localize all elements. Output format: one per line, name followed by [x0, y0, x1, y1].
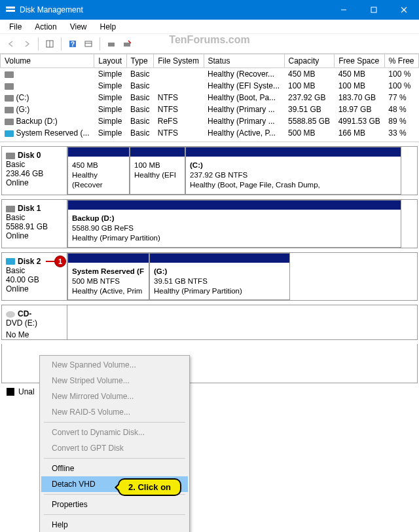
help-button[interactable]: ? [65, 37, 80, 51]
unallocated-swatch [7, 388, 14, 396]
context-menu-item: Convert to GPT Disk [41, 440, 188, 456]
cd-icon [6, 311, 15, 318]
context-menu-item[interactable]: Properties [41, 497, 188, 512]
toolbar-sep [61, 37, 62, 50]
partition-stripe [68, 147, 129, 157]
minimize-button[interactable] [329, 0, 359, 20]
annotation-callout-2: 2. Click on [118, 478, 181, 496]
table-row[interactable]: SimpleBasicHealthy (EFI Syste...100 MB10… [1, 80, 419, 92]
context-menu-item[interactable]: Offline [41, 461, 188, 476]
refresh-button[interactable] [81, 37, 96, 51]
context-menu-item: New Spanned Volume... [41, 357, 188, 373]
disk-status: Online [6, 284, 63, 294]
context-menu-separator [44, 422, 185, 423]
back-button[interactable] [4, 37, 18, 51]
context-menu[interactable]: New Spanned Volume...New Striped Volume.… [39, 355, 190, 532]
menu-action[interactable]: Action [28, 21, 63, 33]
volume-icon [5, 95, 14, 102]
attach-vhd-button[interactable] [104, 37, 118, 51]
annotation-marker-1: 1 [54, 256, 66, 267]
partition-stripe [186, 147, 401, 157]
col-freespace[interactable]: Free Space [335, 54, 385, 68]
svg-rect-10 [85, 41, 92, 47]
partition[interactable]: (C:)237.92 GB NTFSHealthy (Boot, Page Fi… [185, 147, 401, 195]
context-menu-separator [44, 458, 185, 459]
svg-text:?: ? [71, 41, 75, 48]
col-status[interactable]: Status [204, 54, 284, 68]
partition[interactable]: (G:)39.51 GB NTFSHealthy (Primary Partit… [149, 253, 290, 301]
partition[interactable]: System Reserved (F500 MB NTFSHealthy (Ac… [67, 253, 149, 301]
disk-status: Online [6, 231, 63, 240]
forward-button[interactable] [20, 37, 34, 51]
partition-stripe [130, 147, 185, 157]
svg-rect-12 [108, 43, 115, 47]
context-menu-item: New RAID-5 Volume... [41, 404, 188, 420]
svg-rect-3 [371, 7, 376, 12]
col-capacity[interactable]: Capacity [284, 54, 335, 68]
disk-type: Basic [6, 160, 63, 169]
partition-stripe [68, 200, 401, 210]
toolbar-sep [38, 37, 39, 50]
table-row[interactable]: (G:)SimpleBasicNTFSHealthy (Primary ...3… [1, 104, 419, 115]
disk-status: Online [6, 178, 63, 187]
annotation-line [46, 261, 55, 262]
disk-size: 238.46 GB [6, 169, 63, 178]
menu-view[interactable]: View [64, 21, 94, 33]
volume-icon [5, 83, 14, 90]
disk-size: 40.00 GB [6, 275, 63, 284]
partition-stripe [150, 254, 289, 263]
col-layout[interactable]: Layout [94, 54, 126, 68]
disk-name: Disk 2 [18, 257, 41, 266]
context-menu-item: Convert to Dynamic Disk... [41, 425, 188, 440]
disk-2-row[interactable]: 1 Disk 2 Basic 40.00 GB Online System Re… [1, 252, 418, 301]
partition[interactable]: 100 MBHealthy (EFI [130, 147, 185, 195]
disk-1-row[interactable]: Disk 1 Basic 5588.91 GB Online Backup (D… [1, 199, 418, 248]
table-row[interactable]: (C:)SimpleBasicNTFSHealthy (Boot, Pa...2… [1, 92, 419, 104]
disk-0-partitions: 450 MBHealthy (Recover100 MBHealthy (EFI… [67, 147, 417, 195]
titlebar-text: Disk Management [20, 5, 329, 14]
table-row[interactable]: Backup (D:)SimpleBasicReFSHealthy (Prima… [1, 115, 419, 127]
disk-type: DVD (E:) [6, 318, 63, 328]
disk-name: Disk 0 [18, 151, 41, 160]
context-menu-item: New Mirrored Volume... [41, 389, 188, 404]
close-button[interactable] [389, 0, 419, 20]
cd-rom-header[interactable]: CD- DVD (E:) No Me [2, 305, 67, 339]
cd-rom-row[interactable]: CD- DVD (E:) No Me [1, 305, 418, 340]
table-row[interactable]: SimpleBasicHealthy (Recover...450 MB450 … [1, 68, 419, 81]
col-type[interactable]: Type [126, 54, 154, 68]
volume-icon [5, 107, 14, 113]
menu-file[interactable]: File [3, 21, 28, 33]
titlebar: Disk Management [0, 0, 419, 20]
disk-type: Basic [6, 266, 63, 275]
volume-icon [5, 119, 14, 125]
table-row[interactable]: System Reserved (...SimpleBasicNTFSHealt… [1, 127, 419, 139]
context-menu-separator [44, 514, 185, 515]
disk-0-row[interactable]: Disk 0 Basic 238.46 GB Online 450 MBHeal… [1, 146, 418, 195]
col-pctfree[interactable]: % Free [384, 54, 418, 68]
partition[interactable]: Backup (D:)5588.90 GB ReFSHealthy (Prima… [67, 200, 401, 248]
volume-icon [5, 71, 14, 78]
menu-help[interactable]: Help [94, 21, 123, 33]
col-volume[interactable]: Volume [1, 54, 94, 68]
partition[interactable]: 450 MBHealthy (Recover [67, 147, 130, 195]
context-menu-item[interactable]: Help [41, 517, 188, 532]
volumes-table[interactable]: Volume Layout Type File System Status Ca… [0, 54, 419, 139]
disk-type: Basic [6, 213, 63, 222]
detach-vhd-button[interactable] [120, 37, 134, 51]
toolbar: ? [0, 34, 419, 54]
view-button[interactable] [43, 37, 57, 51]
disk-1-header[interactable]: Disk 1 Basic 5588.91 GB Online [2, 200, 67, 248]
disk-size: 5588.91 GB [6, 222, 63, 231]
menubar: File Action View Help [0, 20, 419, 34]
context-menu-item: New Striped Volume... [41, 373, 188, 389]
svg-rect-0 [6, 7, 15, 9]
disk-status: No Me [6, 330, 63, 339]
svg-rect-1 [6, 10, 15, 12]
disk-name: CD- [18, 309, 31, 318]
maximize-button[interactable] [359, 0, 389, 20]
disk-icon [6, 258, 15, 265]
col-filesystem[interactable]: File System [154, 54, 204, 68]
disk-name: Disk 1 [18, 204, 41, 213]
disk-0-header[interactable]: Disk 0 Basic 238.46 GB Online [2, 147, 67, 195]
svg-rect-13 [124, 43, 130, 47]
